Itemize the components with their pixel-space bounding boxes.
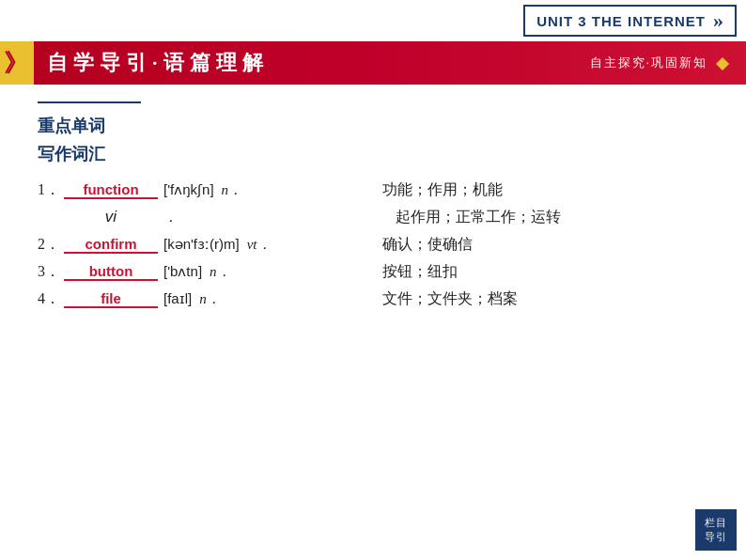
banner-title: 自学导引·语篇理解 bbox=[34, 49, 282, 77]
answer-3: button bbox=[64, 263, 158, 281]
vocab-left-4: 4． file [faɪl] n． bbox=[38, 289, 364, 309]
unit-title-text: UNIT 3 THE INTERNET bbox=[536, 13, 706, 29]
vocab-left-1: 1． function ['fʌŋkʃn] n． bbox=[38, 180, 364, 200]
section2-label: 写作词汇 bbox=[38, 143, 708, 165]
banner-chevron-icon: 》 bbox=[4, 47, 28, 80]
section1-label: 重点单词 bbox=[38, 115, 708, 137]
chevron-icon: » bbox=[713, 10, 723, 31]
vocab-left-vi: vi ． bbox=[64, 208, 377, 226]
vocab-row-1: 1． function ['fʌŋkʃn] n． 功能；作用；机能 bbox=[38, 180, 708, 200]
nav-line1: 栏目 bbox=[705, 516, 727, 530]
answer-2: confirm bbox=[64, 236, 158, 254]
answer-vi: vi bbox=[64, 208, 158, 226]
answer-1: function bbox=[64, 181, 158, 199]
phonetic-3: ['bʌtn] bbox=[163, 263, 202, 280]
section-banner: 》 自学导引·语篇理解 自主探究·巩固新知 bbox=[0, 41, 746, 85]
vocab-row-2: 2． confirm [kən'fɜː(r)m] vt． 确认；使确信 bbox=[38, 235, 708, 255]
row-num-2: 2． bbox=[38, 235, 64, 255]
pos-4: n． bbox=[199, 290, 221, 308]
banner-yellow-chevron: 》 bbox=[0, 41, 34, 85]
unit-title-box: UNIT 3 THE INTERNET » bbox=[523, 5, 737, 37]
double-arrow: » bbox=[713, 10, 723, 31]
phonetic-1: ['fʌŋkʃn] bbox=[163, 181, 214, 198]
vocab-row-4: 4． file [faɪl] n． 文件；文件夹；档案 bbox=[38, 289, 708, 309]
phonetic-2: [kən'fɜː(r)m] bbox=[163, 236, 240, 253]
diamond-icon bbox=[716, 57, 729, 70]
meaning-4: 文件；文件夹；档案 bbox=[364, 289, 708, 309]
vocab-left-3: 3． button ['bʌtn] n． bbox=[38, 262, 364, 282]
meaning-3: 按钮；纽扣 bbox=[364, 262, 708, 282]
top-header: UNIT 3 THE INTERNET » bbox=[0, 0, 746, 41]
vocab-row-vi: vi ． 起作用；正常工作；运转 bbox=[38, 208, 708, 227]
meaning-1: 功能；作用；机能 bbox=[364, 180, 708, 200]
pos-1: n． bbox=[222, 181, 243, 199]
meaning-2: 确认；使确信 bbox=[364, 235, 708, 255]
pos-3: n． bbox=[210, 263, 231, 281]
main-content: 重点单词 写作词汇 1． function ['fʌŋkʃn] n． 功能；作用… bbox=[0, 85, 746, 326]
vocab-row-3: 3． button ['bʌtn] n． 按钮；纽扣 bbox=[38, 262, 708, 282]
row-num-3: 3． bbox=[38, 262, 64, 282]
nav-line2: 导引 bbox=[705, 530, 727, 544]
pos-2: vt． bbox=[247, 236, 272, 254]
underline-decoration bbox=[38, 101, 141, 103]
meaning-vi: 起作用；正常工作；运转 bbox=[377, 208, 708, 227]
phonetic-4: [faɪl] bbox=[163, 290, 192, 307]
row-num-1: 1． bbox=[38, 180, 64, 200]
answer-4: file bbox=[64, 290, 158, 308]
banner-subtitle: 自主探究·巩固新知 bbox=[590, 54, 728, 71]
nav-button[interactable]: 栏目 导引 bbox=[695, 509, 737, 551]
row-num-4: 4． bbox=[38, 289, 64, 309]
vocab-left-2: 2． confirm [kən'fɜː(r)m] vt． bbox=[38, 235, 364, 255]
